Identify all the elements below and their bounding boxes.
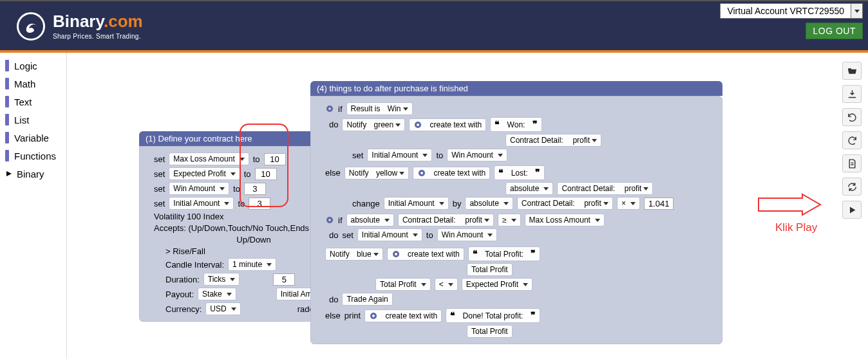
sidebar-item-functions[interactable]: Functions: [0, 147, 66, 165]
input-maxloss[interactable]: 10: [264, 153, 286, 165]
app-header: Binary.com Sharp Prices. Smart Trading. …: [0, 0, 868, 50]
candle-interval[interactable]: 1 minute: [228, 258, 276, 271]
account-value: Virtual Account VRTC729550: [720, 3, 851, 19]
annotation-arrow: [757, 193, 822, 218]
sidebar-item-text[interactable]: Text: [0, 93, 66, 111]
gear-icon[interactable]: [325, 104, 334, 113]
payout-type[interactable]: Stake: [198, 288, 236, 300]
right-toolbar: [842, 62, 862, 219]
gear-icon: [369, 311, 378, 320]
duration-type[interactable]: Ticks: [203, 273, 240, 286]
brand-accent: .com: [104, 12, 143, 31]
download-icon[interactable]: [842, 85, 862, 103]
block4-header: (4) things to do after purchase is finis…: [310, 81, 722, 96]
currency[interactable]: USD: [205, 302, 240, 315]
duration-value[interactable]: 5: [273, 273, 295, 286]
var-maxloss[interactable]: Max Loss Amount: [169, 152, 249, 165]
gear-icon[interactable]: [325, 216, 334, 225]
gear-icon: [392, 250, 401, 259]
sidebar-item-math[interactable]: Math: [0, 75, 66, 93]
block-canvas[interactable]: (1) Define your contract here setMax Los…: [67, 53, 868, 359]
logout-button[interactable]: LOG OUT: [806, 23, 863, 39]
play-button[interactable]: [842, 201, 862, 219]
svg-point-7: [328, 219, 331, 221]
svg-point-5: [420, 172, 423, 174]
svg-point-3: [417, 124, 419, 126]
gear-icon: [413, 120, 422, 129]
annotation-text: Klik Play: [775, 221, 817, 234]
var-winamt[interactable]: Win Amount: [169, 182, 229, 195]
redo-icon[interactable]: [842, 131, 862, 149]
folder-open-icon[interactable]: [842, 62, 862, 80]
sidebar-item-logic[interactable]: Logic: [0, 57, 66, 75]
var-initamt[interactable]: Initial Amount: [169, 197, 234, 210]
var-expected[interactable]: Expected Profit: [169, 167, 240, 180]
svg-point-1: [328, 107, 331, 110]
tagline: Sharp Prices. Smart Trading.: [53, 33, 141, 41]
svg-point-11: [372, 315, 375, 317]
gear-icon: [417, 169, 426, 178]
chevron-down-icon[interactable]: [851, 3, 863, 19]
input-winamt[interactable]: 3: [244, 183, 266, 195]
sync-icon[interactable]: [842, 178, 862, 196]
logo-icon: [17, 12, 45, 41]
input-expected[interactable]: 10: [255, 168, 277, 180]
svg-point-9: [395, 253, 397, 255]
sidebar-item-variable[interactable]: Variable: [0, 129, 66, 147]
undo-icon[interactable]: [842, 108, 862, 126]
block-categories-sidebar: Logic Math Text List Variable Functions …: [0, 53, 67, 359]
input-initamt[interactable]: 3: [249, 198, 270, 210]
play-triangle-icon: [5, 170, 13, 178]
brand-main: Binary: [53, 12, 104, 31]
logo-text: Binary.com Sharp Prices. Smart Trading.: [53, 12, 143, 41]
sidebar-item-binary[interactable]: Binary: [0, 165, 66, 183]
block-after-purchase[interactable]: (4) things to do after purchase is finis…: [310, 81, 722, 344]
doc-icon[interactable]: [842, 154, 862, 172]
sidebar-item-list[interactable]: List: [0, 111, 66, 129]
account-select[interactable]: Virtual Account VRTC729550: [720, 3, 863, 19]
